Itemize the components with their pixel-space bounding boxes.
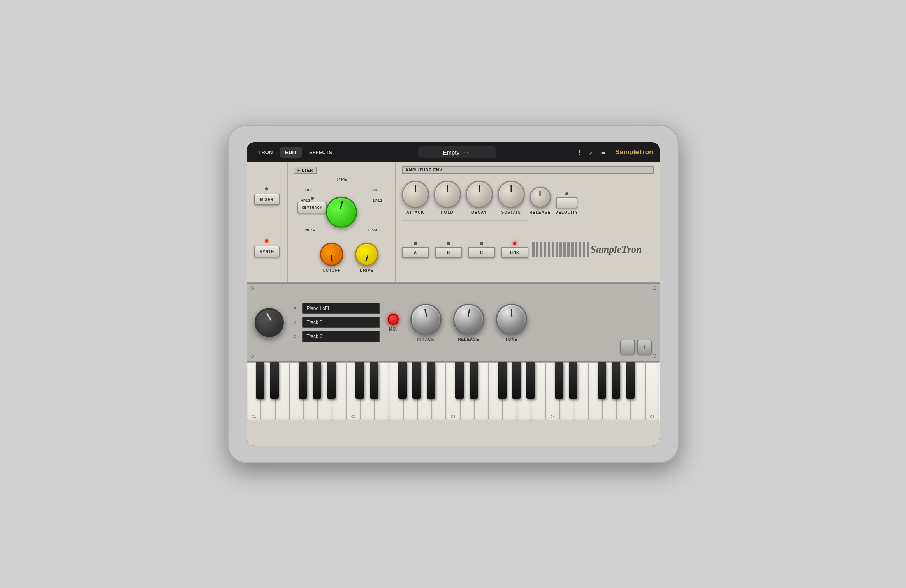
type-label: TYPE xyxy=(336,177,347,181)
black-key[interactable] xyxy=(355,362,364,399)
black-key[interactable] xyxy=(512,362,521,399)
abc-section: A B C LINK xyxy=(402,220,528,278)
black-key[interactable] xyxy=(270,362,279,399)
black-key[interactable] xyxy=(555,362,563,399)
mixer-group: MIXER xyxy=(254,187,280,205)
tab-effects[interactable]: EFFECTS xyxy=(304,147,338,158)
link-led xyxy=(513,242,516,245)
volume-icon[interactable]: ♪ xyxy=(588,147,594,158)
amp-sustain-knob[interactable] xyxy=(498,181,525,208)
amp-env-section: AMPLITUDE ENV ATTACK HOLD xyxy=(396,162,660,282)
hold-label: HOLD xyxy=(441,210,453,215)
cutoff-group: CUTOFF xyxy=(320,243,343,273)
mixer-led xyxy=(265,187,268,190)
bottom-panel-wrapper: A Piano LoFi B Track B C xyxy=(247,283,660,361)
white-key[interactable]: C5 xyxy=(645,362,660,421)
keys-container: C1C2C3C4C5 xyxy=(247,362,660,421)
brand-name: SampleTron xyxy=(591,244,650,255)
black-key[interactable] xyxy=(569,362,577,399)
screw-bl xyxy=(250,354,254,358)
attack-group: ATTACK xyxy=(402,181,429,215)
link-button[interactable]: LINK xyxy=(501,247,528,258)
big-selector-knob[interactable] xyxy=(255,308,284,337)
tab-tron[interactable]: TRON xyxy=(253,147,278,158)
app-title: SampleTron xyxy=(615,148,653,156)
decay-group: DECAY xyxy=(466,181,493,215)
synth-main: MIXER SYNTH FILTER KEYTRACK xyxy=(247,162,660,446)
slot-c-letter: C xyxy=(294,334,299,339)
black-key[interactable] xyxy=(598,362,606,399)
black-key[interactable] xyxy=(412,362,421,399)
velocity-group: VELOCITY xyxy=(556,192,578,215)
tab-edit[interactable]: EDIT xyxy=(280,147,302,158)
zoom-plus-button[interactable]: + xyxy=(637,340,652,354)
drive-knob[interactable] xyxy=(355,243,378,266)
synth-group: SYNTH xyxy=(254,239,280,257)
b-button[interactable]: B xyxy=(435,247,462,258)
slot-a-display[interactable]: Piano LoFi xyxy=(302,303,380,314)
mixer-button[interactable]: MIXER xyxy=(254,194,280,205)
black-key[interactable] xyxy=(427,362,435,399)
black-key[interactable] xyxy=(455,362,464,399)
amp-env-bottom: A B C LINK xyxy=(402,220,654,278)
a-button[interactable]: A xyxy=(402,247,429,258)
grille-bar xyxy=(575,242,577,257)
slot-knob-area xyxy=(255,289,284,356)
release-silver-knob[interactable] xyxy=(453,304,484,335)
synth-button[interactable]: SYNTH xyxy=(254,246,280,257)
slot-row-a: A Piano LoFi xyxy=(294,303,380,314)
black-key[interactable] xyxy=(526,362,535,399)
slot-b-text: Track B xyxy=(307,320,323,325)
grille-bar xyxy=(587,242,589,257)
attack-silver-knob[interactable] xyxy=(410,304,442,335)
black-key[interactable] xyxy=(256,362,264,399)
black-key[interactable] xyxy=(370,362,378,399)
black-key[interactable] xyxy=(313,362,321,399)
black-key[interactable] xyxy=(398,362,407,399)
black-key[interactable] xyxy=(612,362,620,399)
black-key[interactable] xyxy=(299,362,307,399)
amp-decay-knob[interactable] xyxy=(466,181,493,208)
velocity-key[interactable] xyxy=(556,197,577,208)
zoom-minus-button[interactable]: − xyxy=(620,340,635,354)
black-key[interactable] xyxy=(470,362,478,399)
screen: TRON EDIT EFFECTS Empty ··· ! ♪ ≡ Sample… xyxy=(247,142,660,446)
lp6-label: LP6 xyxy=(371,188,378,192)
synth-led xyxy=(265,239,268,243)
black-key[interactable] xyxy=(498,362,507,399)
hp12-label: HP12 xyxy=(301,199,310,202)
mix-led[interactable] xyxy=(388,314,399,325)
slot-row-b: B Track B xyxy=(294,317,380,328)
velocity-label: VELOCITY xyxy=(556,210,578,215)
hold-group: HOLD xyxy=(434,181,461,215)
alert-icon[interactable]: ! xyxy=(577,147,582,158)
black-key[interactable] xyxy=(327,362,336,399)
cutoff-label: CUTOFF xyxy=(323,268,341,273)
device-frame: TRON EDIT EFFECTS Empty ··· ! ♪ ≡ Sample… xyxy=(227,125,679,463)
preset-pill[interactable]: Empty ··· xyxy=(418,146,496,158)
b-btn-group: B xyxy=(435,242,462,258)
cutoff-knob[interactable] xyxy=(320,243,343,266)
slot-a-letter: A xyxy=(294,306,299,311)
amp-hold-knob[interactable] xyxy=(434,181,461,208)
grille-bar xyxy=(579,242,581,257)
keyboard-area: C1C2C3C4C5 xyxy=(247,361,660,421)
slot-c-display[interactable]: Track C xyxy=(302,331,380,342)
attack-knob-group: ATTACK xyxy=(410,304,442,342)
c-button[interactable]: C xyxy=(468,247,495,258)
preset-dots: ··· xyxy=(464,149,471,156)
slot-b-display[interactable]: Track B xyxy=(302,317,380,328)
grille-area: SampleTron xyxy=(528,220,654,278)
filter-type-knob[interactable] xyxy=(326,197,357,228)
top-bar: TRON EDIT EFFECTS Empty ··· ! ♪ ≡ Sample… xyxy=(247,142,660,162)
amp-attack-knob[interactable] xyxy=(402,181,429,208)
amp-release-knob[interactable] xyxy=(530,187,551,208)
grille-bar xyxy=(540,242,542,257)
black-key[interactable] xyxy=(626,362,635,399)
menu-icon[interactable]: ≡ xyxy=(600,147,607,158)
attack-ctrl-label: ATTACK xyxy=(417,337,435,342)
controls-right: MIX ATTACK RELEASE TONE xyxy=(388,289,652,356)
tone-silver-knob[interactable] xyxy=(496,304,527,335)
grille-bar xyxy=(571,242,574,257)
release-label: RELEASE xyxy=(530,210,551,215)
